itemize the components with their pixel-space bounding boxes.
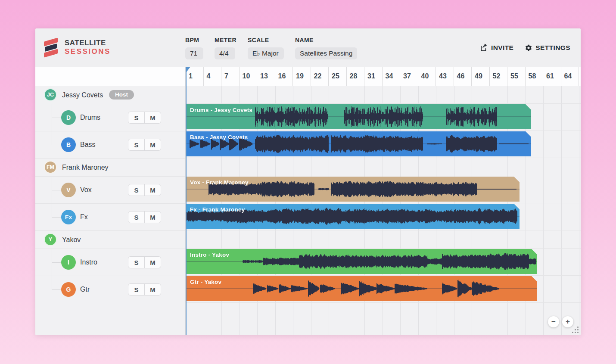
audio-clip-bass[interactable]: Bass - Jessy Covets	[186, 131, 531, 156]
audio-clip-vox[interactable]: Vox - Frank Maroney	[186, 177, 520, 202]
solo-mute-group: SM	[128, 112, 161, 124]
scale-field: SCALE E♭ Major	[248, 37, 284, 59]
ruler-cell-bar-61[interactable]: 61	[543, 67, 561, 86]
track-name: Bass	[80, 131, 96, 158]
clip-row-bass: Bass - Jessy Covets	[186, 131, 581, 158]
track-name: Vox	[80, 177, 92, 203]
timeline-ruler: 1471013161922252831343740434649525558616…	[186, 67, 581, 86]
mute-button-drums[interactable]: M	[145, 112, 161, 123]
meter-label: METER	[215, 37, 236, 44]
track-row-vox: VVoxSM	[35, 177, 185, 204]
solo-button-bass[interactable]: S	[128, 139, 145, 150]
ruler-cell-bar-31[interactable]: 31	[364, 67, 383, 86]
solo-button-instro[interactable]: S	[128, 257, 145, 268]
timeline-gap-row	[186, 230, 581, 249]
name-field: NAME Satellites Passing	[295, 37, 357, 59]
waveform	[186, 276, 537, 301]
solo-mute-group: SM	[128, 184, 161, 196]
ruler-cell-bar-64[interactable]: 64	[561, 67, 579, 86]
ruler-cell-bar-49[interactable]: 49	[472, 67, 490, 86]
ruler-cell-bar-13[interactable]: 13	[257, 67, 275, 86]
mute-button-bass[interactable]: M	[145, 139, 161, 150]
audio-clip-instro[interactable]: Instro - Yakov	[186, 249, 537, 274]
timeline: 1471013161922252831343740434649525558616…	[186, 67, 581, 335]
ruler-cell-bar-55[interactable]: 55	[507, 67, 526, 86]
user-name: Jessy Covets	[62, 86, 103, 104]
ruler-cell-bar-28[interactable]: 28	[347, 67, 365, 86]
brand: SATELLITE SESSIONS	[43, 38, 111, 57]
mute-button-fx[interactable]: M	[145, 212, 161, 223]
tree-line	[52, 131, 52, 145]
timeline-gap-row	[186, 158, 581, 176]
tree-line	[52, 190, 61, 190]
sidebar-spacer	[35, 67, 185, 86]
avatar: Y	[44, 233, 57, 246]
session-fields: BPM 71 METER 4/4 SCALE E♭ Major NAME Sat…	[185, 37, 357, 59]
mute-button-vox[interactable]: M	[145, 184, 161, 196]
desktop-background: SATELLITE SESSIONS BPM 71 METER 4/4 SCAL…	[0, 0, 616, 364]
ruler-cell-bar-16[interactable]: 16	[275, 67, 293, 86]
ruler-cell-bar-46[interactable]: 46	[454, 67, 472, 86]
app-window: SATELLITE SESSIONS BPM 71 METER 4/4 SCAL…	[35, 28, 581, 335]
ruler-cell-bar-40[interactable]: 40	[418, 67, 436, 86]
name-value[interactable]: Satellites Passing	[295, 47, 357, 59]
solo-button-drums[interactable]: S	[128, 112, 145, 123]
playhead[interactable]	[186, 67, 187, 335]
tree-line	[52, 204, 52, 217]
solo-button-vox[interactable]: S	[128, 184, 145, 196]
mute-button-instro[interactable]: M	[145, 257, 161, 268]
solo-button-fx[interactable]: S	[128, 212, 145, 223]
meter-value[interactable]: 4/4	[215, 47, 235, 59]
tree-line	[52, 262, 61, 263]
user-name: Yakov	[62, 231, 81, 249]
ruler-cell-bar-22[interactable]: 22	[311, 67, 329, 86]
track-avatar: Fx	[61, 210, 76, 224]
clip-label: Instro - Yakov	[190, 252, 229, 258]
ruler-cell-bar-34[interactable]: 34	[383, 67, 401, 86]
ruler-cell-bar-52[interactable]: 52	[490, 67, 508, 86]
avatar: JC	[44, 88, 57, 101]
session-body: JCJessy CovetsHostDDrumsSMBBassSMFMFrank…	[35, 67, 581, 335]
waveform	[186, 249, 537, 274]
track-row-instro: IInstroSM	[35, 249, 185, 276]
app-header: SATELLITE SESSIONS BPM 71 METER 4/4 SCAL…	[35, 28, 581, 67]
bpm-value[interactable]: 71	[185, 47, 203, 59]
zoom-controls: − +	[548, 316, 573, 327]
solo-button-gtr[interactable]: S	[128, 284, 145, 295]
user-row-1: FMFrank Maroney	[35, 159, 185, 177]
ruler-cell-bar-58[interactable]: 58	[526, 67, 544, 86]
audio-clip-fx[interactable]: Fx - Frank Maroney	[186, 204, 520, 229]
meter-field: METER 4/4	[215, 37, 236, 59]
scale-value[interactable]: E♭ Major	[248, 47, 284, 59]
ruler-cell-bar-37[interactable]: 37	[400, 67, 418, 86]
ruler-cell-bar-10[interactable]: 10	[240, 67, 258, 86]
mute-button-gtr[interactable]: M	[145, 284, 161, 295]
ruler-cell-bar-1[interactable]: 1	[186, 67, 204, 86]
bpm-label: BPM	[185, 37, 203, 44]
track-row-gtr: GGtrSM	[35, 276, 185, 303]
clip-row-fx: Fx - Frank Maroney	[186, 203, 581, 230]
invite-button[interactable]: INVITE	[480, 44, 513, 52]
audio-clip-drums[interactable]: Drums - Jessy Covets	[186, 104, 531, 129]
ruler-cell-bar-43[interactable]: 43	[436, 67, 454, 86]
ruler-cell-bar-7[interactable]: 7	[221, 67, 240, 86]
resize-grip[interactable]	[572, 326, 579, 333]
clip-label: Fx - Frank Maroney	[190, 206, 245, 213]
track-name: Gtr	[80, 276, 90, 303]
ruler-cell-bar-4[interactable]: 4	[204, 67, 222, 86]
clip-label: Vox - Frank Maroney	[190, 179, 249, 186]
ruler-cell-bar-25[interactable]: 25	[329, 67, 347, 86]
track-avatar: D	[61, 110, 76, 125]
clip-row-instro: Instro - Yakov	[186, 249, 581, 276]
ruler-cell-bar-19[interactable]: 19	[293, 67, 311, 86]
zoom-out-button[interactable]: −	[548, 316, 559, 327]
track-row-bass: BBassSM	[35, 131, 185, 159]
track-avatar: I	[61, 255, 76, 270]
solo-mute-group: SM	[128, 283, 161, 296]
audio-clip-gtr[interactable]: Gtr - Yakov	[186, 276, 537, 301]
settings-button[interactable]: SETTINGS	[525, 44, 570, 52]
name-label: NAME	[295, 37, 357, 44]
tree-line	[52, 118, 61, 118]
gear-icon	[525, 44, 532, 52]
tree-line	[52, 217, 61, 218]
